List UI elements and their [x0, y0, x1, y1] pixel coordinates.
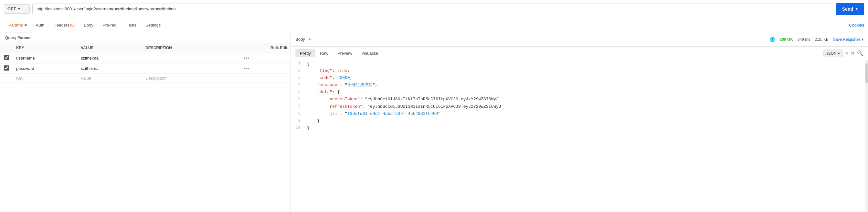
line-code: "accessToken": "eyJhbGciOiJSUzI1NiIsInR5… — [304, 96, 868, 103]
scrollbar[interactable] — [865, 60, 868, 212]
url-input[interactable] — [32, 4, 833, 14]
json-line: 6 "accessToken": "eyJhbGciOiJSUzI1NiIsIn… — [291, 96, 868, 103]
tab-prereq-label: Pre-req. — [102, 23, 118, 27]
method-chevron-icon: ▾ — [18, 7, 20, 11]
row-checkbox-cell[interactable] — [0, 53, 13, 63]
search-icon[interactable]: 🔍 — [857, 50, 864, 56]
row-value-input[interactable] — [81, 66, 139, 71]
row-empty-cell — [253, 63, 290, 74]
row-options-icon[interactable]: ••• — [244, 55, 249, 61]
response-format-bar: Pretty Raw Preview Visualize JSON ▾ ≡ ⧉ … — [291, 47, 868, 60]
row-value-cell[interactable] — [78, 53, 142, 63]
query-params-title: Query Params — [5, 35, 31, 40]
response-body-chevron-icon[interactable]: ▾ — [309, 37, 311, 42]
json-content: 1 { 2 "flag": true, 3 "code": 20000, 4 "… — [291, 60, 868, 212]
line-code: } — [304, 117, 868, 125]
json-format-selector[interactable]: JSON ▾ — [824, 50, 843, 57]
row-value-cell[interactable] — [78, 63, 142, 74]
cookies-button[interactable]: Cookies — [849, 23, 864, 27]
row-options-cell[interactable]: ••• — [240, 53, 253, 63]
row-desc-cell[interactable] — [142, 53, 240, 63]
row-desc-cell[interactable] — [142, 74, 240, 83]
wrap-lines-icon[interactable]: ≡ — [845, 51, 848, 56]
format-icons: ≡ ⧉ 🔍 — [845, 50, 864, 56]
format-tab-preview[interactable]: Preview — [333, 49, 357, 57]
query-params-header: Query Params — [0, 32, 290, 43]
method-label: GET — [7, 6, 16, 11]
send-chevron-icon: ▾ — [856, 7, 858, 11]
response-header: Body ▾ 🌐 200 OK 349 ms 2.25 KB Save Resp… — [291, 32, 868, 47]
line-code: "message": "令牌生成成功", — [304, 82, 868, 89]
json-line: 9 } — [291, 117, 868, 125]
save-response-label: Save Response — [833, 37, 861, 42]
table-header-row: KEY VALUE DESCRIPTION Bulk Edit — [0, 43, 290, 53]
line-number: 3 — [291, 75, 304, 82]
tab-tests[interactable]: Tests — [122, 18, 141, 32]
params-table: KEY VALUE DESCRIPTION Bulk Edit — [0, 43, 290, 83]
line-code: { — [304, 60, 868, 67]
bulk-edit-header[interactable]: Bulk Edit — [253, 43, 290, 53]
row-options-cell[interactable] — [240, 74, 253, 83]
params-active-dot — [25, 24, 27, 26]
request-tab-bar: Params Auth Headers (6) Body Pre-req. Te… — [0, 18, 868, 32]
json-lines: 1 { 2 "flag": true, 3 "code": 20000, 4 "… — [291, 60, 868, 132]
tab-prereq[interactable]: Pre-req. — [98, 18, 122, 32]
row-options-cell[interactable]: ••• — [240, 63, 253, 74]
row-value-input[interactable] — [81, 76, 139, 81]
bulk-edit-label: Bulk Edit — [271, 46, 287, 50]
line-number: 5 — [291, 89, 304, 96]
row-empty-cell — [253, 53, 290, 63]
json-line: 5 "data": { — [291, 89, 868, 96]
json-line: 8 "jti": "13defd61-c9d1-4dbd-b39f-455498… — [291, 110, 868, 117]
line-number: 9 — [291, 117, 304, 125]
row-checkbox[interactable] — [3, 65, 10, 71]
row-desc-cell[interactable] — [142, 63, 240, 74]
format-tab-raw[interactable]: Raw — [315, 49, 333, 57]
row-key-input[interactable] — [16, 76, 74, 81]
row-desc-input[interactable] — [146, 66, 237, 71]
tab-settings[interactable]: Settings — [141, 18, 165, 32]
right-panel: Body ▾ 🌐 200 OK 349 ms 2.25 KB Save Resp… — [291, 32, 868, 212]
response-time: 349 ms — [798, 37, 810, 42]
row-empty-cell — [253, 74, 290, 83]
row-key-cell[interactable] — [13, 63, 78, 74]
url-bar: GET ▾ Send ▾ — [0, 0, 868, 18]
json-line: 3 "code": 20000, — [291, 75, 868, 82]
row-checkbox-cell[interactable] — [0, 74, 13, 83]
row-key-cell[interactable] — [13, 74, 78, 83]
tab-headers[interactable]: Headers (6) — [49, 18, 80, 32]
col-value-header: VALUE — [78, 43, 142, 53]
row-desc-input[interactable] — [146, 56, 237, 60]
line-code: "data": { — [304, 89, 868, 96]
table-row: ••• — [0, 63, 290, 74]
row-value-input[interactable] — [81, 56, 139, 60]
row-checkbox-cell[interactable] — [0, 63, 13, 74]
row-key-input[interactable] — [16, 56, 74, 60]
format-tab-pretty[interactable]: Pretty — [296, 49, 315, 57]
scrollbar-thumb[interactable] — [865, 63, 868, 83]
json-line: 2 "flag": true, — [291, 67, 868, 75]
row-desc-input[interactable] — [146, 76, 237, 81]
row-options-icon[interactable]: ••• — [244, 66, 249, 71]
row-key-cell[interactable] — [13, 53, 78, 63]
save-response-button[interactable]: Save Response ▾ — [833, 37, 864, 42]
line-number: 2 — [291, 67, 304, 75]
row-value-cell[interactable] — [78, 74, 142, 83]
send-button[interactable]: Send ▾ — [836, 3, 864, 15]
tab-params-label: Params — [8, 23, 23, 27]
line-number: 8 — [291, 110, 304, 117]
method-selector[interactable]: GET ▾ — [4, 4, 30, 14]
response-status: 200 OK — [780, 37, 793, 42]
tab-body[interactable]: Body — [79, 18, 98, 32]
left-panel: Query Params KEY VALUE DESCRIPTION Bulk … — [0, 32, 291, 212]
response-meta: 🌐 200 OK 349 ms 2.25 KB Save Response ▾ — [770, 37, 864, 42]
line-code: } — [304, 125, 868, 132]
col-options-header — [240, 43, 253, 53]
row-checkbox[interactable] — [3, 55, 10, 60]
tab-auth[interactable]: Auth — [31, 18, 49, 32]
line-code: "flag": true, — [304, 67, 868, 75]
row-key-input[interactable] — [16, 66, 74, 71]
tab-params[interactable]: Params — [4, 18, 31, 32]
format-tab-visualize[interactable]: Visualize — [357, 49, 383, 57]
copy-icon[interactable]: ⧉ — [851, 51, 855, 56]
